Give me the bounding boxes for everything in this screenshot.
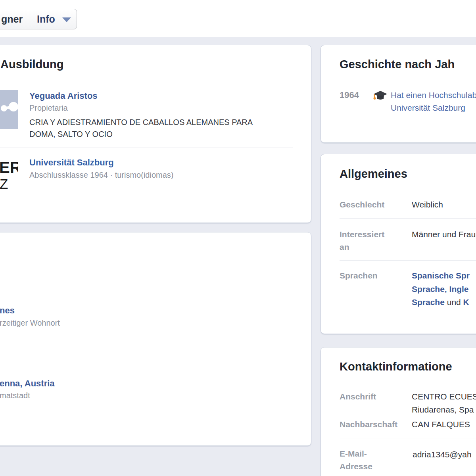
language-link[interactable]: Sprache, Ingle — [412, 284, 469, 294]
contact-card-title: Kontaktinformatione — [340, 360, 452, 374]
neighborhood-value: CAN FALQUES — [412, 419, 470, 429]
graduation-cap-icon — [373, 90, 388, 102]
place-entry-meta: rzeitiger Wohnort — [0, 318, 60, 328]
history-by-year-card: Geschichte nach Jah 1964 Hat einen Hochs… — [321, 45, 476, 143]
interested-in-value: Männer und Frau — [412, 229, 476, 239]
history-event-link[interactable]: Hat einen Hochschulab — [391, 90, 476, 100]
education-entry-description: CRIA Y ADIESTRAMIENTO DE CABALLOS ALEMAN… — [29, 117, 253, 127]
languages-conjunction: und — [445, 298, 463, 307]
language-link[interactable]: Sprache — [412, 298, 445, 307]
place-entry-name[interactable]: nes — [0, 305, 15, 316]
gender-value: Weiblich — [412, 200, 443, 209]
education-entry-name[interactable]: Yeguada Aristos — [29, 91, 98, 101]
education-entry-name[interactable]: Universität Salzburg — [29, 157, 114, 168]
language-link[interactable]: K — [463, 298, 469, 307]
email-label: E-Mail- — [340, 449, 367, 459]
contact-info-card: Kontaktinformatione Anschrift CENTRO ECU… — [321, 347, 476, 476]
education-card: Ausbildung Yeguada Aristos Propietaria C… — [0, 45, 311, 223]
email-value: adria1345@yah — [413, 449, 472, 459]
top-tab-bar: gner Info — [0, 0, 476, 37]
place-entry-name[interactable]: enna, Austria — [0, 378, 55, 389]
general-info-card: Allgemeines Geschlecht Weiblich Interess… — [321, 154, 476, 334]
tab-group: gner Info — [0, 9, 77, 29]
general-card-title: Allgemeines — [340, 167, 407, 181]
gender-label: Geschlecht — [340, 200, 384, 209]
row-divider — [340, 218, 476, 219]
places-card: nes rzeitiger Wohnort enna, Austria mats… — [0, 232, 311, 446]
university-logo-text: Z B — [0, 176, 18, 194]
page: gner Info Ausbildung Yeguada Aristos Pro… — [0, 0, 476, 476]
address-value: Riudarenas, Spa — [412, 405, 474, 415]
languages-label: Sprachen — [340, 271, 378, 280]
row-divider — [340, 438, 476, 438]
history-year: 1964 — [340, 90, 359, 100]
page-default-icon[interactable] — [0, 90, 18, 129]
address-value: CENTRO ECUEST — [412, 392, 476, 401]
email-label: Adresse — [340, 461, 372, 471]
tab-profile-name[interactable]: gner — [1, 13, 23, 25]
language-link[interactable]: Spanische Spr — [412, 271, 470, 280]
tab-separator — [30, 10, 30, 29]
history-event-link[interactable]: Universität Salzburg — [391, 103, 465, 113]
education-entry-meta: Abschlussklasse 1964 · turismo(idiomas) — [29, 170, 173, 180]
university-logo[interactable]: ERS Z B — [0, 155, 18, 194]
education-entry-description: DOMA, SALTO Y OCIO — [29, 129, 113, 139]
neighborhood-label: Nachbarschaft — [340, 419, 397, 429]
place-entry-meta: matstadt — [0, 391, 30, 400]
university-logo-text: ERS — [0, 159, 18, 177]
row-divider — [340, 260, 476, 261]
interested-in-label: Interessiert — [340, 229, 384, 239]
history-card-title: Geschichte nach Jah — [340, 58, 455, 71]
education-card-title: Ausbildung — [0, 58, 63, 71]
entry-divider — [0, 148, 293, 148]
tab-info[interactable]: Info — [37, 13, 55, 25]
chevron-down-icon[interactable] — [62, 17, 71, 22]
interested-in-label: an — [340, 242, 349, 252]
address-label: Anschrift — [340, 392, 376, 401]
education-entry-role: Propietaria — [29, 103, 68, 113]
page-default-icon-glyph — [0, 90, 18, 129]
